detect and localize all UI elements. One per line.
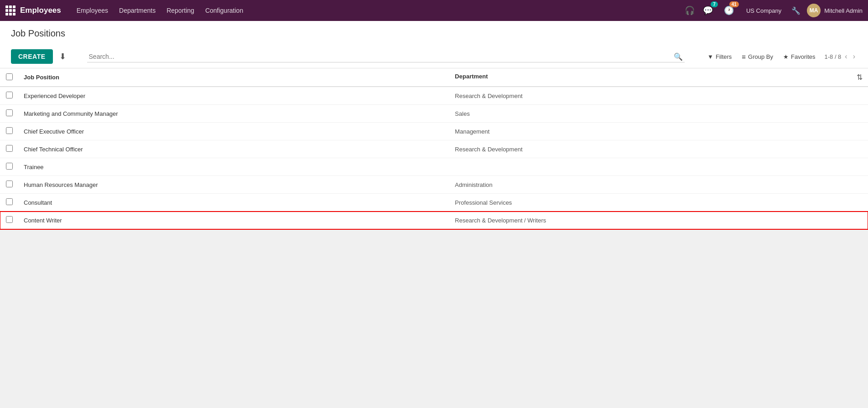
row-department <box>449 158 868 176</box>
top-navigation: Employees Employees Departments Reportin… <box>0 0 868 21</box>
search-icon[interactable]: 🔍 <box>674 52 683 61</box>
user-avatar[interactable]: MA <box>807 4 821 17</box>
search-container: 🔍 <box>69 51 703 62</box>
row-checkbox[interactable] <box>6 145 13 152</box>
row-job-position: Trainee <box>18 158 449 176</box>
row-checkbox[interactable] <box>6 163 13 170</box>
header-checkbox-cell <box>0 68 18 87</box>
wrench-icon: 🔧 <box>791 6 800 15</box>
content-area: Job Positions CREATE ⬇ 🔍 <box>0 21 868 408</box>
groupby-icon: ≡ <box>742 53 746 61</box>
activity-badge: 41 <box>729 1 739 7</box>
filters-button[interactable]: ▼ Filters <box>703 51 736 63</box>
row-checkbox[interactable] <box>6 181 13 187</box>
table-row[interactable]: Content WriterResearch & Development / W… <box>0 212 868 229</box>
table-row[interactable]: Chief Technical OfficerResearch & Develo… <box>0 140 868 158</box>
nav-menu: Employees Departments Reporting Configur… <box>72 4 682 17</box>
row-checkbox[interactable] <box>6 92 13 98</box>
table-row[interactable]: ConsultantProfessional Services <box>0 194 868 212</box>
table-row[interactable]: Experienced DeveloperResearch & Developm… <box>0 87 868 105</box>
support-icon-button[interactable]: 🎧 <box>682 3 697 18</box>
row-job-position: Experienced Developer <box>18 87 449 105</box>
download-icon: ⬇ <box>59 52 66 61</box>
headset-icon: 🎧 <box>685 5 695 15</box>
col-header-department: Department ⇅ <box>449 68 868 87</box>
col-header-position: Job Position <box>18 68 449 87</box>
nav-departments[interactable]: Departments <box>114 4 160 17</box>
row-checkbox-cell <box>0 158 18 176</box>
company-name: US Company <box>746 7 781 14</box>
download-button[interactable]: ⬇ <box>57 49 69 64</box>
settings-icon-button[interactable]: 🔧 <box>789 3 803 18</box>
table-row[interactable]: Trainee <box>0 158 868 176</box>
nav-employees[interactable]: Employees <box>72 4 113 17</box>
app-brand[interactable]: Employees <box>20 6 61 15</box>
content-inner: Job Positions CREATE ⬇ 🔍 <box>0 21 868 229</box>
apps-menu-button[interactable] <box>5 5 16 15</box>
table-row[interactable]: Marketing and Community ManagerSales <box>0 105 868 123</box>
grid-icon <box>5 5 16 15</box>
row-checkbox-cell <box>0 140 18 158</box>
avatar-initials: MA <box>810 7 818 14</box>
topbar-right: 🎧 💬 7 🕐 41 US Company 🔧 MA Mitchell Admi… <box>682 3 863 18</box>
row-department: Management <box>449 123 868 140</box>
row-job-position: Chief Technical Officer <box>18 140 449 158</box>
page-title: Job Positions <box>11 28 857 39</box>
pagination-prev[interactable]: ‹ <box>843 52 849 62</box>
row-checkbox[interactable] <box>6 198 13 205</box>
row-department: Professional Services <box>449 194 868 212</box>
row-checkbox-cell <box>0 105 18 123</box>
data-table: Job Position Department ⇅ Experienced De… <box>0 68 868 229</box>
row-department: Research & Development <box>449 87 868 105</box>
page-footer-space <box>0 229 868 366</box>
row-checkbox[interactable] <box>6 127 13 134</box>
action-left: CREATE ⬇ <box>11 49 69 64</box>
activity-button[interactable]: 🕐 41 <box>722 3 736 18</box>
row-checkbox[interactable] <box>6 216 13 223</box>
row-department: Research & Development <box>449 140 868 158</box>
pagination: 1-8 / 8 ‹ › <box>824 52 857 62</box>
filter-icon: ▼ <box>707 53 713 60</box>
row-job-position: Human Resources Manager <box>18 176 449 194</box>
groupby-button[interactable]: ≡ Group By <box>737 50 778 63</box>
search-input-wrapper: 🔍 <box>87 51 685 62</box>
row-checkbox-cell <box>0 176 18 194</box>
page-header: Job Positions <box>0 21 868 39</box>
search-input[interactable] <box>87 51 685 62</box>
action-row: CREATE ⬇ 🔍 ▼ Filters <box>0 45 868 68</box>
company-selector[interactable]: US Company <box>743 5 785 16</box>
row-department: Administration <box>449 176 868 194</box>
row-job-position: Content Writer <box>18 212 449 229</box>
row-job-position: Chief Executive Officer <box>18 123 449 140</box>
chat-icon: 💬 <box>703 5 713 15</box>
nav-reporting[interactable]: Reporting <box>162 4 199 17</box>
column-settings-button[interactable]: ⇅ <box>857 73 863 82</box>
row-checkbox-cell <box>0 194 18 212</box>
row-checkbox[interactable] <box>6 109 13 116</box>
pagination-next[interactable]: › <box>851 52 857 62</box>
row-checkbox-cell <box>0 212 18 229</box>
row-job-position: Marketing and Community Manager <box>18 105 449 123</box>
table-row[interactable]: Chief Executive OfficerManagement <box>0 123 868 140</box>
star-icon: ★ <box>783 53 789 60</box>
action-right: ▼ Filters ≡ Group By ★ Favorites 1-8 / 8… <box>703 50 857 63</box>
admin-name[interactable]: Mitchell Admin <box>824 7 863 14</box>
row-department: Sales <box>449 105 868 123</box>
table-header-row: Job Position Department ⇅ <box>0 68 868 87</box>
favorites-button[interactable]: ★ Favorites <box>779 51 820 63</box>
row-department: Research & Development / Writers <box>449 212 868 229</box>
table-row[interactable]: Human Resources ManagerAdministration <box>0 176 868 194</box>
create-button[interactable]: CREATE <box>11 49 53 64</box>
select-all-checkbox[interactable] <box>6 73 13 80</box>
chat-badge: 7 <box>711 1 718 7</box>
row-checkbox-cell <box>0 87 18 105</box>
pagination-text: 1-8 / 8 <box>824 53 841 60</box>
row-job-position: Consultant <box>18 194 449 212</box>
row-checkbox-cell <box>0 123 18 140</box>
chat-button[interactable]: 💬 7 <box>701 3 715 18</box>
nav-configuration[interactable]: Configuration <box>201 4 248 17</box>
